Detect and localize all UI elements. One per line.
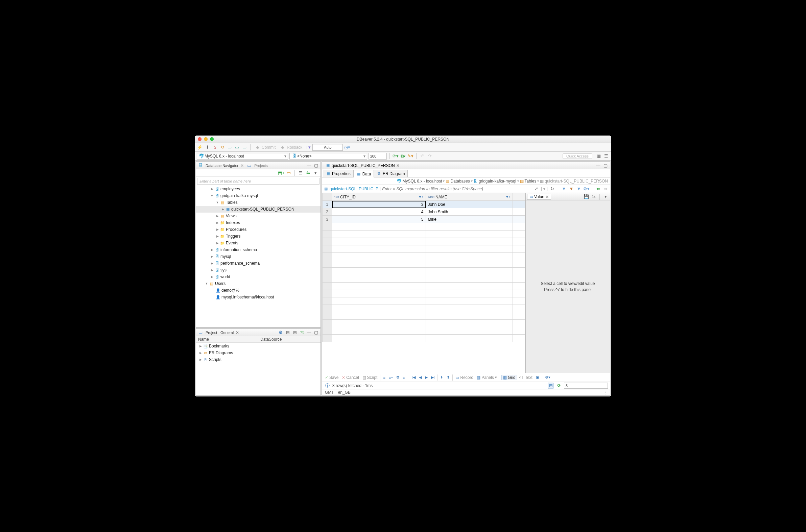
- bug-icon[interactable]: ⧉▾: [400, 153, 406, 159]
- editor-tab-close-icon[interactable]: ✕: [396, 163, 400, 168]
- crumb-databases[interactable]: ▤Databases▾: [446, 179, 472, 184]
- minimize-panel-icon[interactable]: —: [306, 163, 312, 169]
- row-2[interactable]: 24John Smith: [322, 208, 525, 216]
- view-menu-icon[interactable]: ▾: [313, 170, 318, 176]
- editor-min-icon[interactable]: —: [595, 163, 601, 169]
- project-col-name[interactable]: Name: [196, 336, 258, 343]
- delete-row-icon[interactable]: ≡-: [401, 376, 407, 380]
- undo-icon[interactable]: ↶: [419, 153, 425, 159]
- project-max-icon[interactable]: ▢: [313, 329, 319, 336]
- import-icon[interactable]: ⬆: [445, 375, 451, 380]
- project-bookmarks[interactable]: Bookmarks: [209, 344, 229, 348]
- tab-data[interactable]: ▦Data: [353, 170, 374, 177]
- row-1[interactable]: 13John Doe: [322, 201, 525, 208]
- sql-recent-icon[interactable]: ▭: [241, 144, 247, 150]
- editor-tab[interactable]: ▦ quickstart-SQL_PUBLIC_PERSON ✕: [323, 162, 402, 169]
- crumb-connection[interactable]: 🐬MySQL 8.x - localhost▾: [397, 179, 445, 184]
- invalidate-icon[interactable]: ⟲: [219, 144, 225, 150]
- refresh-interval-input[interactable]: 3: [564, 383, 608, 389]
- projects-tab[interactable]: Projects: [253, 164, 269, 168]
- new-connection-icon[interactable]: ⬒+: [278, 170, 284, 176]
- first-page-icon[interactable]: |◀: [410, 375, 417, 380]
- filter-expand-icon[interactable]: ⤢: [533, 186, 540, 192]
- tx-log-icon[interactable]: ◷▾: [344, 144, 350, 150]
- perspective-db-icon[interactable]: ▦: [596, 153, 602, 159]
- commit-button[interactable]: ◆Commit: [253, 144, 277, 150]
- nav-back-icon[interactable]: ⬅: [595, 186, 601, 192]
- tree-db-employees[interactable]: employees: [221, 187, 240, 191]
- tree-procedures[interactable]: Procedures: [226, 227, 246, 232]
- sql-editor-icon[interactable]: ▭: [226, 144, 232, 150]
- highlight-icon[interactable]: ✎▾: [407, 153, 413, 159]
- next-page-icon[interactable]: ▶: [424, 375, 429, 380]
- value-auto-icon[interactable]: ⇆: [591, 194, 597, 200]
- project-config-icon[interactable]: ⚙: [278, 329, 284, 336]
- quick-access-input[interactable]: Quick Access: [563, 153, 592, 159]
- connect-icon[interactable]: ⚡: [197, 144, 203, 150]
- filter-custom-icon[interactable]: ▼: [576, 186, 582, 192]
- new-folder-icon[interactable]: ▭: [286, 170, 292, 176]
- tree-events[interactable]: Events: [226, 241, 238, 245]
- project-col-datasource[interactable]: DataSource: [258, 336, 320, 343]
- tab-er-diagram[interactable]: ⧉ER Diagram: [374, 170, 408, 177]
- filter-icon[interactable]: ☰: [298, 170, 304, 176]
- tree-db-world[interactable]: world: [221, 274, 230, 279]
- copy-row-icon[interactable]: ⧉: [395, 375, 401, 380]
- navigator-close-icon[interactable]: ✕: [240, 163, 244, 168]
- tree-db-perfschema[interactable]: performance_schema: [221, 261, 260, 266]
- rollback-button[interactable]: ◆Rollback: [278, 144, 304, 150]
- tx-mode-combo[interactable]: Auto: [313, 144, 343, 151]
- project-close-icon[interactable]: ✕: [236, 330, 239, 335]
- export-icon[interactable]: ⬇: [439, 375, 445, 380]
- nav-forward-icon[interactable]: ➡: [602, 186, 608, 192]
- project-scripts[interactable]: Scripts: [209, 357, 222, 362]
- sql-new-icon[interactable]: ▭: [234, 144, 240, 150]
- project-er-diagrams[interactable]: ER Diagrams: [209, 350, 233, 355]
- value-tab[interactable]: ▭Value✕: [527, 194, 551, 200]
- crumb-tables[interactable]: ▤Tables▾: [520, 179, 539, 184]
- navigator-search-input[interactable]: Enter a part of table name here: [197, 178, 319, 185]
- project-collapse-icon[interactable]: ⊟: [285, 329, 291, 336]
- tree-indexes[interactable]: Indexes: [226, 221, 240, 225]
- tree-db-infoschema[interactable]: information_schema: [221, 247, 257, 252]
- filter-history-icon[interactable]: ↻: [549, 186, 555, 192]
- tree-user-infoschema[interactable]: mysql.infoschema@localhost: [222, 295, 274, 300]
- tree-views[interactable]: Views: [226, 214, 237, 218]
- filter-settings-icon[interactable]: ⚙▾: [583, 186, 589, 192]
- tree-tables[interactable]: Tables: [226, 200, 238, 205]
- tree-db-gridgain[interactable]: gridgain-kafka-mysql: [221, 193, 258, 198]
- tab-properties[interactable]: ▦Properties: [323, 170, 354, 177]
- tx-mode-icon[interactable]: T▾: [305, 144, 311, 150]
- save-button[interactable]: ✓Save: [323, 375, 340, 380]
- col-header-name[interactable]: ABCNAME▼↕: [426, 193, 512, 201]
- tree-users[interactable]: Users: [215, 281, 225, 286]
- panels-button[interactable]: ▦Panels ▾: [475, 375, 498, 380]
- text-view-button[interactable]: <TText: [518, 375, 534, 380]
- tree-user-demo[interactable]: demo@%: [222, 288, 239, 293]
- row-limit-input[interactable]: [369, 153, 387, 159]
- record-button[interactable]: ▭Record: [454, 375, 475, 380]
- crumb-db[interactable]: 🗄gridgain-kafka-mysql▾: [474, 179, 519, 184]
- last-page-icon[interactable]: ▶|: [430, 375, 436, 380]
- edit-row-icon[interactable]: ≡: [382, 376, 387, 380]
- script-button[interactable]: ▤Script: [361, 375, 379, 380]
- prev-page-icon[interactable]: ◀: [417, 375, 423, 380]
- tree-db-mysql[interactable]: mysql: [221, 254, 231, 259]
- navigator-tree[interactable]: ▶🗄employees ▼🗄gridgain-kafka-mysql ▼▤Tab…: [196, 186, 320, 327]
- filter-input[interactable]: [382, 186, 532, 192]
- connection-combo[interactable]: 🐬 MySQL 8.x - localhost▾: [197, 153, 288, 159]
- disconnect-icon[interactable]: ⬇: [204, 144, 210, 150]
- value-menu-icon[interactable]: ▾: [602, 194, 608, 200]
- redo-icon[interactable]: ↷: [427, 153, 433, 159]
- tree-triggers[interactable]: Triggers: [226, 234, 241, 239]
- perspective-other-icon[interactable]: ☰: [603, 153, 609, 159]
- row-3[interactable]: 35Mike: [322, 216, 525, 223]
- settings-icon[interactable]: ⚙▾: [544, 375, 552, 380]
- cancel-button[interactable]: ✕Cancel: [340, 375, 360, 380]
- project-min-icon[interactable]: —: [306, 329, 312, 336]
- row-count-icon[interactable]: ⊞: [548, 383, 554, 389]
- refresh-icon[interactable]: ⟳▾: [393, 153, 399, 159]
- project-link-icon[interactable]: ⇆: [299, 329, 305, 336]
- stop-icon[interactable]: ⌂: [212, 144, 218, 150]
- link-editor-icon[interactable]: ⇆: [305, 170, 311, 176]
